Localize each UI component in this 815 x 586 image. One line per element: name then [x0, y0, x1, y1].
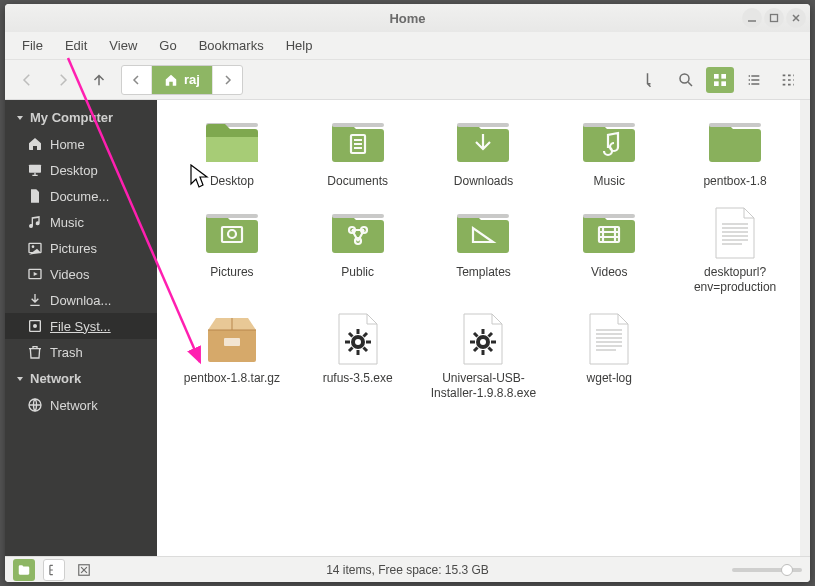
file-item[interactable]: Music [552, 116, 666, 189]
sidebar-group[interactable]: My Computer [5, 104, 157, 131]
minimize-button[interactable] [742, 8, 762, 28]
places-panel-button[interactable] [13, 559, 35, 581]
sidebar-group[interactable]: Network [5, 365, 157, 392]
minimize-icon [747, 13, 757, 23]
sidebar-item-label: Pictures [50, 241, 97, 256]
close-panel-icon [77, 563, 91, 577]
file-label: rufus-3.5.exe [323, 371, 393, 386]
content-scroll[interactable]: DesktopDocumentsDownloadsMusicpentbox-1.… [157, 100, 810, 556]
list-view-button[interactable] [740, 67, 768, 93]
tree-panel-button[interactable] [43, 559, 65, 581]
compact-icon [780, 72, 796, 88]
file-item[interactable]: desktopurl?env=production [678, 207, 792, 295]
folder-pictures-icon [201, 207, 263, 259]
sidebar-item-label: Home [50, 137, 85, 152]
svg-rect-23 [332, 214, 384, 218]
file-label: Videos [591, 265, 627, 280]
menu-edit[interactable]: Edit [56, 35, 96, 56]
up-button[interactable] [85, 66, 113, 94]
back-button[interactable] [13, 66, 41, 94]
svg-rect-4 [714, 81, 719, 86]
zoom-thumb[interactable] [781, 564, 793, 576]
file-item[interactable]: pentbox-1.8.tar.gz [175, 313, 289, 401]
path-segment-prev[interactable] [122, 66, 152, 94]
zoom-slider[interactable] [732, 568, 802, 572]
file-item[interactable]: rufus-3.5.exe [301, 313, 415, 401]
search-button[interactable] [672, 67, 700, 93]
chevron-left-icon [132, 75, 142, 85]
sidebar-item-videos[interactable]: Videos [5, 261, 157, 287]
sidebar-item-label: Network [50, 398, 98, 413]
menu-bookmarks[interactable]: Bookmarks [190, 35, 273, 56]
file-item[interactable]: Downloads [427, 116, 541, 189]
menu-help[interactable]: Help [277, 35, 322, 56]
disk-icon [27, 318, 43, 334]
folder-public-icon [327, 207, 389, 259]
video-icon [27, 266, 43, 282]
compact-view-button[interactable] [774, 67, 802, 93]
file-item[interactable]: Templates [427, 207, 541, 295]
svg-rect-30 [224, 338, 240, 346]
items-grid: DesktopDocumentsDownloadsMusicpentbox-1.… [175, 116, 792, 401]
file-item[interactable]: Public [301, 207, 415, 295]
sidebar-item-network[interactable]: Network [5, 392, 157, 418]
file-item[interactable]: Desktop [175, 116, 289, 189]
file-label: desktopurl?env=production [681, 265, 789, 295]
list-icon [746, 72, 762, 88]
menubar: FileEditViewGoBookmarksHelp [5, 32, 810, 60]
hide-panel-button[interactable] [73, 559, 95, 581]
file-label: wget-log [587, 371, 632, 386]
svg-rect-17 [457, 123, 509, 127]
zoom-control [732, 568, 802, 572]
sidebar-item-home[interactable]: Home [5, 131, 157, 157]
file-label: Music [594, 174, 625, 189]
desktop-icon [27, 162, 43, 178]
trash-icon [27, 344, 43, 360]
menu-file[interactable]: File [13, 35, 52, 56]
sidebar-item-filesyst[interactable]: File Syst... [5, 313, 157, 339]
download-icon [27, 292, 43, 308]
file-item[interactable]: Pictures [175, 207, 289, 295]
path-segment-next[interactable] [212, 66, 242, 94]
file-item[interactable]: pentbox-1.8 [678, 116, 792, 189]
sidebar-item-docume[interactable]: Docume... [5, 183, 157, 209]
search-icon [677, 71, 695, 89]
svg-rect-2 [714, 74, 719, 79]
sidebar-item-pictures[interactable]: Pictures [5, 235, 157, 261]
content-area: DesktopDocumentsDownloadsMusicpentbox-1.… [157, 100, 810, 556]
toggle-path-button[interactable] [638, 67, 666, 93]
path-current-label: raj [184, 72, 200, 87]
folder-downloads-icon [452, 116, 514, 168]
statusbar: 14 items, Free space: 15.3 GB [5, 556, 810, 582]
file-item[interactable]: wget-log [552, 313, 666, 401]
forward-button[interactable] [49, 66, 77, 94]
file-label: pentbox-1.8 [703, 174, 766, 189]
svg-rect-18 [583, 123, 635, 127]
file-item[interactable]: Videos [552, 207, 666, 295]
svg-rect-0 [771, 15, 778, 22]
folder-plain-icon [704, 116, 766, 168]
folder-documents-icon [327, 116, 389, 168]
menu-view[interactable]: View [100, 35, 146, 56]
sidebar-item-trash[interactable]: Trash [5, 339, 157, 365]
file-label: Documents [327, 174, 388, 189]
sidebar-item-downloa[interactable]: Downloa... [5, 287, 157, 313]
file-item[interactable]: Documents [301, 116, 415, 189]
home-icon [27, 136, 43, 152]
arrow-left-icon [18, 71, 36, 89]
sidebar-item-desktop[interactable]: Desktop [5, 157, 157, 183]
icon-view-button[interactable] [706, 67, 734, 93]
sidebar-group-label: My Computer [30, 110, 113, 125]
maximize-button[interactable] [764, 8, 784, 28]
svg-rect-5 [721, 81, 726, 86]
path-segment-current[interactable]: raj [152, 66, 212, 94]
network-icon [27, 397, 43, 413]
tree-icon [47, 563, 61, 577]
file-item[interactable]: Universal-USB-Installer-1.9.8.8.exe [427, 313, 541, 401]
sidebar-item-music[interactable]: Music [5, 209, 157, 235]
sidebar-item-label: Music [50, 215, 84, 230]
menu-go[interactable]: Go [150, 35, 185, 56]
close-button[interactable] [786, 8, 806, 28]
svg-rect-19 [709, 123, 761, 127]
chevron-down-icon [15, 374, 25, 384]
